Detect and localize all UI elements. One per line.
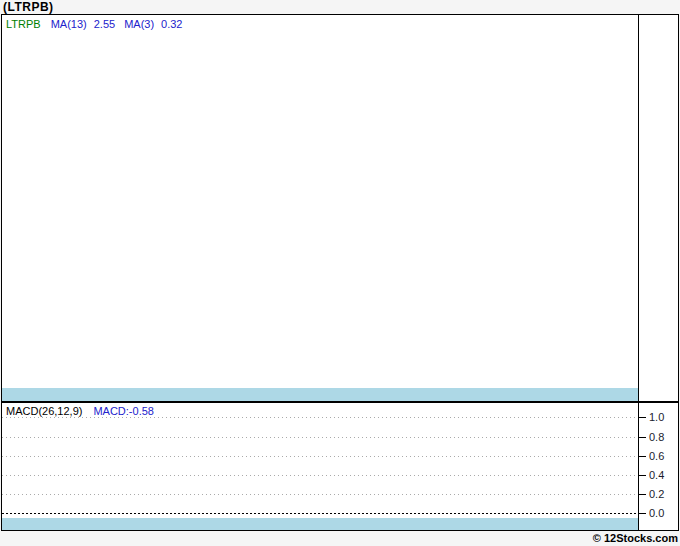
ma3-value: 0.32 xyxy=(161,18,182,30)
axis-tick-label: 1.0 xyxy=(649,411,664,424)
axis-tick xyxy=(639,494,646,495)
copyright-label: © 12Stocks.com xyxy=(593,532,678,544)
axis-tick-label: 0.0 xyxy=(649,507,664,520)
ma13-label: MA(13) xyxy=(51,18,87,30)
axis-tick xyxy=(639,456,646,457)
gridline-0-8 xyxy=(2,437,638,438)
macd-indicator-label: MACD(26,12,9) xyxy=(6,405,82,417)
page-title: (LTRPB) xyxy=(3,0,54,14)
axis-tick xyxy=(639,475,646,476)
symbol-label: LTRPB xyxy=(6,18,41,30)
ma3-label: MA(3) xyxy=(124,18,154,30)
right-axis-line xyxy=(638,15,639,530)
gridline-0-6 xyxy=(2,456,638,457)
gridline-0-2 xyxy=(2,494,638,495)
macd-bottom-highlight-band xyxy=(2,518,638,530)
gridline-0-4 xyxy=(2,475,638,476)
macd-indicator-value: MACD:-0.58 xyxy=(93,405,154,417)
axis-tick xyxy=(639,513,646,514)
axis-tick-label: 0.8 xyxy=(649,431,664,444)
panel-separator xyxy=(2,401,678,403)
axis-tick-label: 0.4 xyxy=(649,469,664,482)
chart-frame: LTRPBMA(13)2.55MA(3)0.32 MACD(26,12,9)MA… xyxy=(1,14,679,531)
axis-tick xyxy=(639,437,646,438)
gridline-1-0 xyxy=(2,417,638,418)
axis-tick-label: 0.6 xyxy=(649,450,664,463)
axis-tick-label: 0.2 xyxy=(649,488,664,501)
price-panel-legend: LTRPBMA(13)2.55MA(3)0.32 xyxy=(6,18,192,30)
zero-gridline xyxy=(2,513,638,514)
price-bottom-highlight-band xyxy=(2,388,638,401)
ma13-value: 2.55 xyxy=(94,18,115,30)
axis-tick xyxy=(639,417,646,418)
macd-panel-legend: MACD(26,12,9)MACD:-0.58 xyxy=(6,405,154,417)
